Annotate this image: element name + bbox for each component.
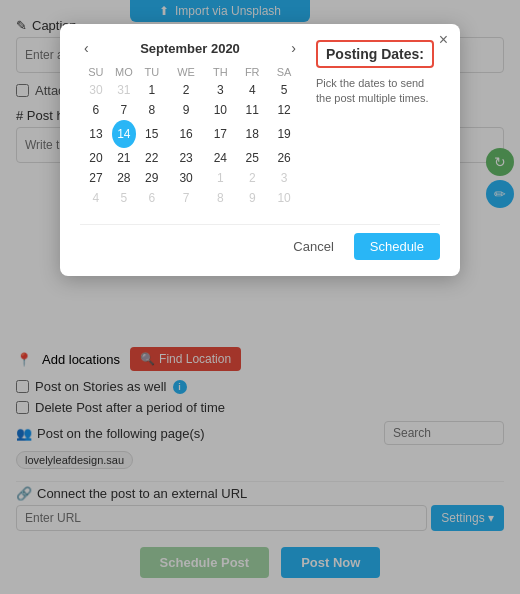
- calendar-day-headers: SU MO TU WE TH FR SA: [80, 64, 300, 80]
- calendar-day[interactable]: 19: [268, 120, 300, 148]
- calendar-month-label: September 2020: [140, 41, 240, 56]
- calendar-day[interactable]: 15: [136, 120, 168, 148]
- calendar-day[interactable]: 4: [80, 188, 112, 208]
- calendar-day[interactable]: 21: [112, 148, 136, 168]
- calendar-body: 3031123456789101112131415161718192021222…: [80, 80, 300, 208]
- posting-dates-title-box: Posting Dates:: [316, 40, 434, 68]
- calendar-day[interactable]: 2: [168, 80, 205, 100]
- background-page: ⬆ Import via Unsplash ✎ Caption Attach a…: [0, 0, 520, 594]
- calendar-day[interactable]: 22: [136, 148, 168, 168]
- calendar-day[interactable]: 14: [112, 120, 136, 148]
- calendar-week-4: 27282930123: [80, 168, 300, 188]
- calendar-day[interactable]: 30: [168, 168, 205, 188]
- calendar-week-5: 45678910: [80, 188, 300, 208]
- calendar-day[interactable]: 7: [112, 100, 136, 120]
- calendar-day[interactable]: 9: [168, 100, 205, 120]
- day-header-fr: FR: [236, 64, 268, 80]
- calendar-day[interactable]: 30: [80, 80, 112, 100]
- day-header-th: TH: [204, 64, 236, 80]
- modal-close-button[interactable]: ×: [439, 32, 448, 48]
- calendar-day[interactable]: 18: [236, 120, 268, 148]
- modal-schedule-button[interactable]: Schedule: [354, 233, 440, 260]
- calendar-day[interactable]: 10: [268, 188, 300, 208]
- calendar-next-button[interactable]: ›: [287, 40, 300, 56]
- calendar-day[interactable]: 1: [136, 80, 168, 100]
- calendar-day[interactable]: 31: [112, 80, 136, 100]
- calendar-header: ‹ September 2020 ›: [80, 40, 300, 56]
- calendar: ‹ September 2020 › SU MO TU WE TH: [80, 40, 300, 208]
- calendar-day[interactable]: 10: [204, 100, 236, 120]
- calendar-day[interactable]: 3: [204, 80, 236, 100]
- calendar-day[interactable]: 16: [168, 120, 205, 148]
- calendar-day[interactable]: 9: [236, 188, 268, 208]
- modal-footer: Cancel Schedule: [80, 224, 440, 260]
- posting-dates-section: Posting Dates: Pick the dates to send th…: [316, 40, 440, 208]
- posting-dates-title: Posting Dates:: [326, 46, 424, 62]
- calendar-day[interactable]: 3: [268, 168, 300, 188]
- calendar-day[interactable]: 12: [268, 100, 300, 120]
- calendar-day[interactable]: 6: [136, 188, 168, 208]
- calendar-day[interactable]: 17: [204, 120, 236, 148]
- calendar-week-0: 303112345: [80, 80, 300, 100]
- calendar-day[interactable]: 24: [204, 148, 236, 168]
- modal-body: ‹ September 2020 › SU MO TU WE TH: [80, 40, 440, 208]
- calendar-day[interactable]: 8: [136, 100, 168, 120]
- cancel-button[interactable]: Cancel: [281, 233, 345, 260]
- calendar-grid: SU MO TU WE TH FR SA 3031123456789101112…: [80, 64, 300, 208]
- calendar-day[interactable]: 8: [204, 188, 236, 208]
- calendar-day[interactable]: 29: [136, 168, 168, 188]
- calendar-day[interactable]: 7: [168, 188, 205, 208]
- calendar-day[interactable]: 26: [268, 148, 300, 168]
- day-header-tu: TU: [136, 64, 168, 80]
- calendar-day[interactable]: 1: [204, 168, 236, 188]
- calendar-day[interactable]: 2: [236, 168, 268, 188]
- modal-overlay: × ‹ September 2020 › SU MO: [0, 0, 520, 594]
- day-header-we: WE: [168, 64, 205, 80]
- calendar-day[interactable]: 23: [168, 148, 205, 168]
- calendar-day[interactable]: 20: [80, 148, 112, 168]
- calendar-day[interactable]: 4: [236, 80, 268, 100]
- posting-dates-description: Pick the dates to send the post multiple…: [316, 76, 440, 107]
- calendar-week-2: 13141516171819: [80, 120, 300, 148]
- modal: × ‹ September 2020 › SU MO: [60, 24, 460, 276]
- calendar-day[interactable]: 11: [236, 100, 268, 120]
- calendar-week-1: 6789101112: [80, 100, 300, 120]
- day-header-sa: SA: [268, 64, 300, 80]
- day-header-su: SU: [80, 64, 112, 80]
- calendar-day[interactable]: 6: [80, 100, 112, 120]
- calendar-day[interactable]: 28: [112, 168, 136, 188]
- calendar-day[interactable]: 25: [236, 148, 268, 168]
- calendar-day[interactable]: 5: [112, 188, 136, 208]
- calendar-prev-button[interactable]: ‹: [80, 40, 93, 56]
- calendar-day[interactable]: 13: [80, 120, 112, 148]
- day-header-mo: MO: [112, 64, 136, 80]
- calendar-day[interactable]: 5: [268, 80, 300, 100]
- calendar-day[interactable]: 27: [80, 168, 112, 188]
- calendar-week-3: 20212223242526: [80, 148, 300, 168]
